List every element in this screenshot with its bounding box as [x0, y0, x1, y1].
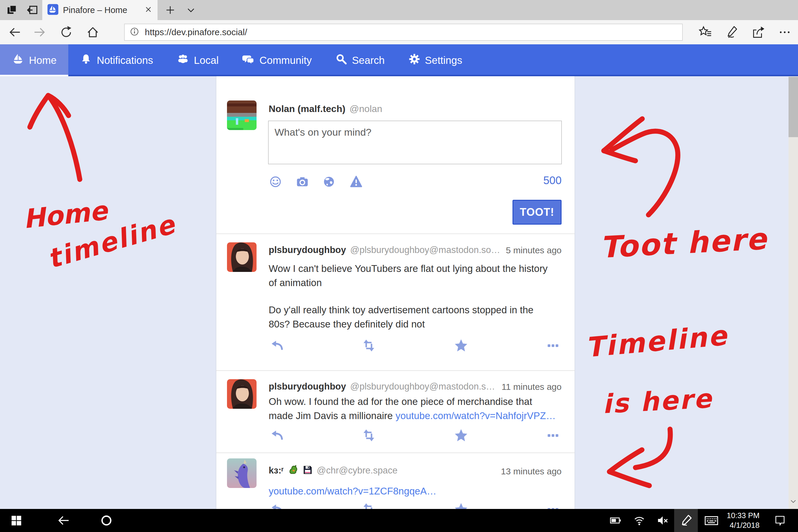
post-text: of animation — [269, 277, 322, 288]
post-text: Wow I can't believe YouTubers are flat o… — [269, 263, 548, 274]
pinafore-nav-bar: Home Notifications Local Community Searc… — [0, 44, 798, 76]
nav-label: Local — [194, 54, 219, 66]
tab-list-chevron-icon[interactable] — [183, 0, 199, 20]
post-text: 80s? Because they definitely did not — [269, 319, 425, 330]
nav-label: Search — [352, 54, 385, 66]
more-icon[interactable] — [776, 20, 794, 44]
close-tab-icon[interactable] — [144, 5, 153, 15]
page-background: Nolan (malf.tech) @nolan 500 TOOT! — [0, 76, 798, 509]
boost-icon[interactable] — [361, 339, 377, 352]
avatar[interactable] — [227, 242, 256, 272]
char-count: 500 — [524, 174, 562, 187]
nav-item-notifications[interactable]: Notifications — [68, 44, 165, 76]
post-text: made Jim Davis a millionaire — [269, 410, 396, 421]
compose-display-name: Nolan (malf.tech) — [269, 103, 345, 114]
post-link[interactable]: youtube.com/watch?v=1ZCF8ngqeA… — [269, 486, 437, 497]
favorite-star-icon[interactable] — [453, 339, 469, 352]
refresh-icon[interactable] — [57, 20, 75, 44]
scrollbar-track[interactable] — [788, 76, 798, 509]
favorite-star-icon[interactable] — [453, 502, 469, 509]
touch-keyboard-icon[interactable] — [701, 509, 722, 532]
more-icon[interactable] — [545, 502, 561, 509]
url-text: https://dev.pinafore.social/ — [145, 27, 247, 37]
dragon-emoji — [288, 464, 299, 476]
content-warning-icon[interactable] — [349, 175, 363, 190]
wifi-icon[interactable] — [630, 509, 648, 532]
floppy-disk-emoji — [303, 465, 313, 476]
emoji-icon[interactable] — [269, 175, 282, 190]
reply-icon[interactable] — [269, 429, 285, 442]
windows-taskbar: 10:33 PM 4/1/2018 — [0, 509, 798, 532]
compose-textarea[interactable] — [268, 120, 562, 164]
reply-icon[interactable] — [269, 339, 285, 352]
home-icon[interactable] — [84, 20, 102, 44]
info-icon[interactable] — [130, 26, 139, 38]
search-icon — [336, 53, 347, 68]
volume-muted-icon[interactable] — [654, 509, 672, 532]
pinafore-favicon — [47, 3, 59, 17]
set-tabs-aside-icon[interactable] — [4, 0, 21, 20]
favorite-star-icon[interactable] — [453, 429, 469, 442]
more-icon[interactable] — [545, 339, 561, 352]
nav-item-community[interactable]: Community — [230, 44, 324, 76]
post-handle: @chr@cybre.space — [317, 465, 398, 476]
bell-icon — [80, 53, 92, 68]
post-link[interactable]: youtube.com/watch?v=NahfojrVPZ… — [396, 410, 556, 421]
globe-privacy-icon[interactable] — [322, 175, 336, 190]
divider — [216, 453, 574, 453]
clock-time: 10:33 PM — [727, 511, 760, 520]
clock-date: 4/1/2018 — [730, 520, 760, 530]
nav-item-home[interactable]: Home — [0, 44, 68, 76]
nav-item-local[interactable]: Local — [165, 44, 230, 76]
post-timestamp: 11 minutes ago — [501, 382, 562, 392]
browser-tab[interactable]: Pinafore – Home — [42, 0, 157, 20]
post-timestamp: 5 minutes ago — [506, 245, 562, 255]
sailboat-icon — [12, 53, 24, 68]
avatar[interactable] — [227, 379, 256, 409]
back-icon[interactable] — [53, 509, 75, 532]
camera-icon[interactable] — [296, 175, 309, 190]
web-notes-pen-icon[interactable] — [723, 20, 741, 44]
nav-item-search[interactable]: Search — [324, 44, 397, 76]
battery-icon[interactable] — [607, 509, 625, 532]
new-tab-icon[interactable] — [162, 0, 178, 20]
compose-handle: @nolan — [350, 103, 382, 114]
people-icon — [177, 53, 189, 68]
nav-item-settings[interactable]: Settings — [397, 44, 474, 76]
post-timestamp: 13 minutes ago — [501, 467, 562, 476]
cortana-icon[interactable] — [95, 509, 118, 532]
action-center-icon[interactable] — [770, 509, 790, 532]
boost-icon[interactable] — [361, 429, 377, 442]
favorites-hub-icon[interactable] — [696, 20, 715, 44]
scrollbar-thumb[interactable] — [788, 77, 798, 137]
post-username[interactable]: plsburydoughboy — [269, 381, 346, 392]
toot-button[interactable]: TOOT! — [513, 200, 562, 225]
divider — [216, 233, 574, 234]
timeline-column: Nolan (malf.tech) @nolan 500 TOOT! — [216, 76, 575, 509]
windows-ink-pen-icon[interactable] — [674, 509, 698, 532]
post-handle: @plsburydoughboy@mastodon.s… — [350, 381, 495, 392]
tab-title: Pinafore – Home — [63, 5, 140, 15]
screen: Pinafore – Home — [0, 0, 798, 532]
divider — [216, 370, 574, 371]
post-handle: @plsburydoughboy@mastodon.so… — [350, 245, 500, 255]
windows-start-icon[interactable] — [6, 509, 26, 532]
more-icon[interactable] — [545, 429, 561, 442]
post-username[interactable]: plsburydoughboy — [269, 245, 346, 255]
tab-preview-icon[interactable] — [24, 0, 41, 20]
avatar[interactable] — [227, 458, 256, 488]
post-text: Do y'all really think toy advertisement … — [269, 304, 533, 316]
browser-url-bar: https://dev.pinafore.social/ — [0, 20, 798, 44]
url-input[interactable]: https://dev.pinafore.social/ — [124, 24, 683, 41]
forward-icon[interactable] — [31, 20, 49, 44]
nav-label: Notifications — [97, 54, 153, 66]
reply-icon[interactable] — [269, 502, 285, 509]
speech-bubbles-icon — [242, 53, 255, 68]
share-icon[interactable] — [749, 20, 767, 44]
taskbar-clock[interactable]: 10:33 PM 4/1/2018 — [721, 509, 760, 532]
scrollbar-down-icon[interactable] — [788, 495, 798, 507]
boost-icon[interactable] — [361, 502, 377, 509]
nav-label: Settings — [425, 54, 462, 66]
back-icon[interactable] — [6, 20, 24, 44]
post-username[interactable]: kз:ʳ — [269, 465, 284, 476]
